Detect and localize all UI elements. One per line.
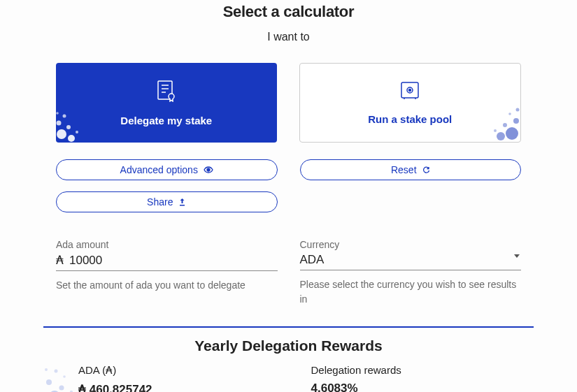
eye-icon	[204, 166, 213, 173]
svg-point-17	[494, 129, 497, 132]
svg-point-13	[497, 132, 505, 140]
share-button[interactable]: Share	[56, 191, 278, 212]
svg-point-15	[503, 123, 507, 127]
share-label: Share	[147, 196, 173, 208]
rewards-delegation-value: 4.6083%	[311, 382, 522, 392]
svg-point-5	[76, 131, 78, 133]
amount-input[interactable]	[69, 254, 278, 268]
certificate-icon	[156, 80, 177, 105]
page-subtitle: I want to	[56, 31, 521, 43]
svg-point-12	[506, 127, 518, 140]
chevron-down-icon	[514, 254, 520, 258]
amount-label: Ada amount	[56, 239, 278, 250]
delegate-stake-card[interactable]: Delegate my stake	[56, 63, 277, 143]
svg-point-0	[57, 129, 66, 139]
upload-icon	[178, 198, 186, 206]
svg-point-18	[508, 112, 511, 115]
decorative-dots-icon	[56, 101, 98, 143]
svg-point-16	[516, 108, 520, 112]
reset-label: Reset	[391, 164, 417, 175]
currency-select[interactable]: ADA	[300, 253, 522, 270]
svg-point-6	[56, 112, 59, 115]
svg-point-1	[68, 135, 75, 142]
svg-point-28	[46, 379, 52, 385]
svg-point-4	[63, 115, 66, 118]
currency-help: Please select the currency you wish to s…	[300, 277, 522, 307]
rewards-ada-label: ADA (₳)	[78, 364, 289, 377]
rewards-ada-value: ₳ 460.825742	[78, 382, 289, 392]
stake-pool-card[interactable]: Run a stake pool	[299, 63, 522, 143]
svg-point-24	[207, 168, 210, 171]
safe-icon	[399, 81, 420, 103]
amount-help: Set the amount of ada you want to delega…	[56, 278, 278, 293]
svg-point-14	[513, 118, 519, 124]
decorative-dots-icon	[471, 93, 520, 142]
delegate-card-label: Delegate my stake	[120, 115, 212, 126]
currency-value: ADA	[300, 253, 522, 267]
advanced-options-button[interactable]: Advanced options	[56, 159, 278, 180]
ada-symbol-icon: ₳	[56, 253, 64, 268]
amount-field-wrap[interactable]: ₳	[56, 253, 278, 271]
page-title: Select a calculator	[56, 3, 521, 21]
svg-point-32	[45, 368, 48, 371]
section-divider	[43, 326, 534, 328]
svg-point-11	[169, 94, 174, 99]
refresh-icon	[422, 166, 430, 174]
svg-point-3	[66, 125, 71, 129]
currency-label: Currency	[300, 239, 522, 250]
pool-card-label: Run a stake pool	[368, 113, 452, 125]
svg-rect-25	[180, 205, 185, 206]
advanced-options-label: Advanced options	[120, 164, 198, 175]
rewards-delegation-label: Delegation rewards	[311, 364, 522, 376]
reset-button[interactable]: Reset	[300, 159, 522, 180]
rewards-title: Yearly Delegation Rewards	[56, 337, 521, 354]
svg-point-21	[409, 89, 411, 91]
svg-point-2	[57, 121, 62, 126]
